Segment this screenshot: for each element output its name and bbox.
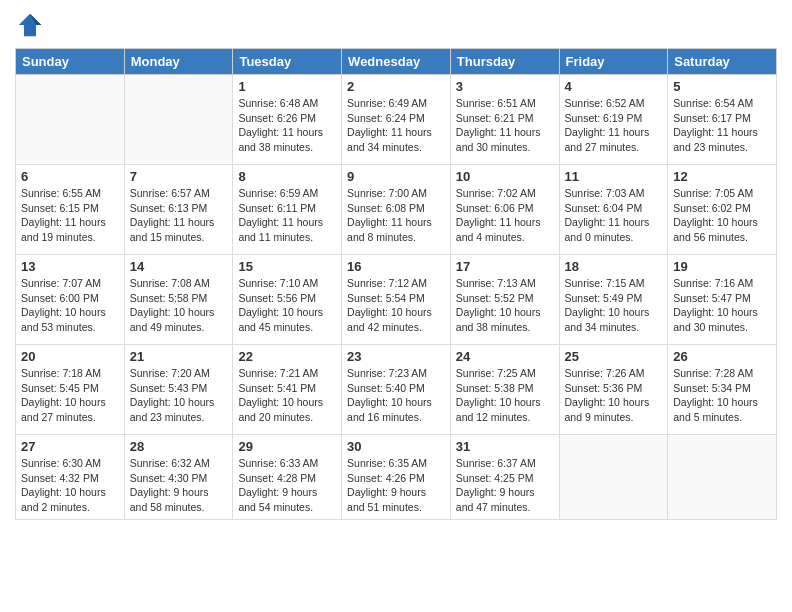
day-info: Sunrise: 7:13 AMSunset: 5:52 PMDaylight:…: [456, 276, 554, 335]
day-info: Sunrise: 7:00 AMSunset: 6:08 PMDaylight:…: [347, 186, 445, 245]
calendar-cell: 31Sunrise: 6:37 AMSunset: 4:25 PMDayligh…: [450, 435, 559, 520]
day-info: Sunrise: 6:54 AMSunset: 6:17 PMDaylight:…: [673, 96, 771, 155]
calendar-week-4: 20Sunrise: 7:18 AMSunset: 5:45 PMDayligh…: [16, 345, 777, 435]
calendar-cell: 2Sunrise: 6:49 AMSunset: 6:24 PMDaylight…: [342, 75, 451, 165]
day-info: Sunrise: 7:26 AMSunset: 5:36 PMDaylight:…: [565, 366, 663, 425]
calendar-cell: 3Sunrise: 6:51 AMSunset: 6:21 PMDaylight…: [450, 75, 559, 165]
day-number: 11: [565, 169, 663, 184]
calendar-cell: 4Sunrise: 6:52 AMSunset: 6:19 PMDaylight…: [559, 75, 668, 165]
day-info: Sunrise: 6:51 AMSunset: 6:21 PMDaylight:…: [456, 96, 554, 155]
calendar-cell: 17Sunrise: 7:13 AMSunset: 5:52 PMDayligh…: [450, 255, 559, 345]
weekday-header-monday: Monday: [124, 49, 233, 75]
day-info: Sunrise: 6:59 AMSunset: 6:11 PMDaylight:…: [238, 186, 336, 245]
calendar-cell: 30Sunrise: 6:35 AMSunset: 4:26 PMDayligh…: [342, 435, 451, 520]
day-number: 16: [347, 259, 445, 274]
calendar-cell: 22Sunrise: 7:21 AMSunset: 5:41 PMDayligh…: [233, 345, 342, 435]
day-info: Sunrise: 7:07 AMSunset: 6:00 PMDaylight:…: [21, 276, 119, 335]
day-info: Sunrise: 7:15 AMSunset: 5:49 PMDaylight:…: [565, 276, 663, 335]
day-info: Sunrise: 7:28 AMSunset: 5:34 PMDaylight:…: [673, 366, 771, 425]
day-info: Sunrise: 7:03 AMSunset: 6:04 PMDaylight:…: [565, 186, 663, 245]
day-info: Sunrise: 7:21 AMSunset: 5:41 PMDaylight:…: [238, 366, 336, 425]
calendar-table: SundayMondayTuesdayWednesdayThursdayFrid…: [15, 48, 777, 520]
day-info: Sunrise: 6:55 AMSunset: 6:15 PMDaylight:…: [21, 186, 119, 245]
day-number: 19: [673, 259, 771, 274]
day-number: 2: [347, 79, 445, 94]
day-number: 15: [238, 259, 336, 274]
day-info: Sunrise: 7:18 AMSunset: 5:45 PMDaylight:…: [21, 366, 119, 425]
day-info: Sunrise: 6:35 AMSunset: 4:26 PMDaylight:…: [347, 456, 445, 515]
calendar-cell: 18Sunrise: 7:15 AMSunset: 5:49 PMDayligh…: [559, 255, 668, 345]
day-number: 6: [21, 169, 119, 184]
calendar-cell: 1Sunrise: 6:48 AMSunset: 6:26 PMDaylight…: [233, 75, 342, 165]
day-info: Sunrise: 7:12 AMSunset: 5:54 PMDaylight:…: [347, 276, 445, 335]
day-number: 4: [565, 79, 663, 94]
calendar-cell: 23Sunrise: 7:23 AMSunset: 5:40 PMDayligh…: [342, 345, 451, 435]
calendar-week-3: 13Sunrise: 7:07 AMSunset: 6:00 PMDayligh…: [16, 255, 777, 345]
day-number: 26: [673, 349, 771, 364]
day-info: Sunrise: 7:08 AMSunset: 5:58 PMDaylight:…: [130, 276, 228, 335]
calendar-cell: 7Sunrise: 6:57 AMSunset: 6:13 PMDaylight…: [124, 165, 233, 255]
day-number: 30: [347, 439, 445, 454]
day-number: 31: [456, 439, 554, 454]
weekday-header-wednesday: Wednesday: [342, 49, 451, 75]
calendar-header-row: SundayMondayTuesdayWednesdayThursdayFrid…: [16, 49, 777, 75]
logo: [15, 10, 49, 40]
calendar-cell: 24Sunrise: 7:25 AMSunset: 5:38 PMDayligh…: [450, 345, 559, 435]
calendar-week-5: 27Sunrise: 6:30 AMSunset: 4:32 PMDayligh…: [16, 435, 777, 520]
calendar-cell: 8Sunrise: 6:59 AMSunset: 6:11 PMDaylight…: [233, 165, 342, 255]
day-number: 23: [347, 349, 445, 364]
day-number: 28: [130, 439, 228, 454]
day-info: Sunrise: 6:30 AMSunset: 4:32 PMDaylight:…: [21, 456, 119, 515]
day-number: 21: [130, 349, 228, 364]
calendar-cell: 29Sunrise: 6:33 AMSunset: 4:28 PMDayligh…: [233, 435, 342, 520]
calendar-cell: [668, 435, 777, 520]
day-number: 14: [130, 259, 228, 274]
day-number: 25: [565, 349, 663, 364]
calendar-cell: 16Sunrise: 7:12 AMSunset: 5:54 PMDayligh…: [342, 255, 451, 345]
day-info: Sunrise: 7:16 AMSunset: 5:47 PMDaylight:…: [673, 276, 771, 335]
day-number: 29: [238, 439, 336, 454]
calendar-cell: 14Sunrise: 7:08 AMSunset: 5:58 PMDayligh…: [124, 255, 233, 345]
day-info: Sunrise: 7:05 AMSunset: 6:02 PMDaylight:…: [673, 186, 771, 245]
day-info: Sunrise: 7:02 AMSunset: 6:06 PMDaylight:…: [456, 186, 554, 245]
day-info: Sunrise: 6:33 AMSunset: 4:28 PMDaylight:…: [238, 456, 336, 515]
calendar-cell: 11Sunrise: 7:03 AMSunset: 6:04 PMDayligh…: [559, 165, 668, 255]
day-number: 12: [673, 169, 771, 184]
calendar-cell: 20Sunrise: 7:18 AMSunset: 5:45 PMDayligh…: [16, 345, 125, 435]
calendar-cell: 15Sunrise: 7:10 AMSunset: 5:56 PMDayligh…: [233, 255, 342, 345]
calendar-cell: 21Sunrise: 7:20 AMSunset: 5:43 PMDayligh…: [124, 345, 233, 435]
day-number: 10: [456, 169, 554, 184]
day-number: 7: [130, 169, 228, 184]
day-number: 3: [456, 79, 554, 94]
day-info: Sunrise: 6:52 AMSunset: 6:19 PMDaylight:…: [565, 96, 663, 155]
weekday-header-saturday: Saturday: [668, 49, 777, 75]
day-number: 13: [21, 259, 119, 274]
page-header: [15, 10, 777, 40]
day-info: Sunrise: 7:23 AMSunset: 5:40 PMDaylight:…: [347, 366, 445, 425]
calendar-cell: 5Sunrise: 6:54 AMSunset: 6:17 PMDaylight…: [668, 75, 777, 165]
calendar-cell: [124, 75, 233, 165]
calendar-week-1: 1Sunrise: 6:48 AMSunset: 6:26 PMDaylight…: [16, 75, 777, 165]
day-number: 22: [238, 349, 336, 364]
calendar-cell: 25Sunrise: 7:26 AMSunset: 5:36 PMDayligh…: [559, 345, 668, 435]
logo-icon: [15, 10, 45, 40]
calendar-cell: [16, 75, 125, 165]
day-number: 20: [21, 349, 119, 364]
calendar-cell: 9Sunrise: 7:00 AMSunset: 6:08 PMDaylight…: [342, 165, 451, 255]
day-number: 17: [456, 259, 554, 274]
weekday-header-thursday: Thursday: [450, 49, 559, 75]
day-number: 18: [565, 259, 663, 274]
day-info: Sunrise: 7:20 AMSunset: 5:43 PMDaylight:…: [130, 366, 228, 425]
weekday-header-friday: Friday: [559, 49, 668, 75]
calendar-week-2: 6Sunrise: 6:55 AMSunset: 6:15 PMDaylight…: [16, 165, 777, 255]
day-info: Sunrise: 6:57 AMSunset: 6:13 PMDaylight:…: [130, 186, 228, 245]
day-info: Sunrise: 6:37 AMSunset: 4:25 PMDaylight:…: [456, 456, 554, 515]
day-number: 9: [347, 169, 445, 184]
day-info: Sunrise: 6:49 AMSunset: 6:24 PMDaylight:…: [347, 96, 445, 155]
day-info: Sunrise: 6:48 AMSunset: 6:26 PMDaylight:…: [238, 96, 336, 155]
calendar-cell: 19Sunrise: 7:16 AMSunset: 5:47 PMDayligh…: [668, 255, 777, 345]
calendar-cell: [559, 435, 668, 520]
day-number: 8: [238, 169, 336, 184]
calendar-cell: 26Sunrise: 7:28 AMSunset: 5:34 PMDayligh…: [668, 345, 777, 435]
calendar-cell: 28Sunrise: 6:32 AMSunset: 4:30 PMDayligh…: [124, 435, 233, 520]
